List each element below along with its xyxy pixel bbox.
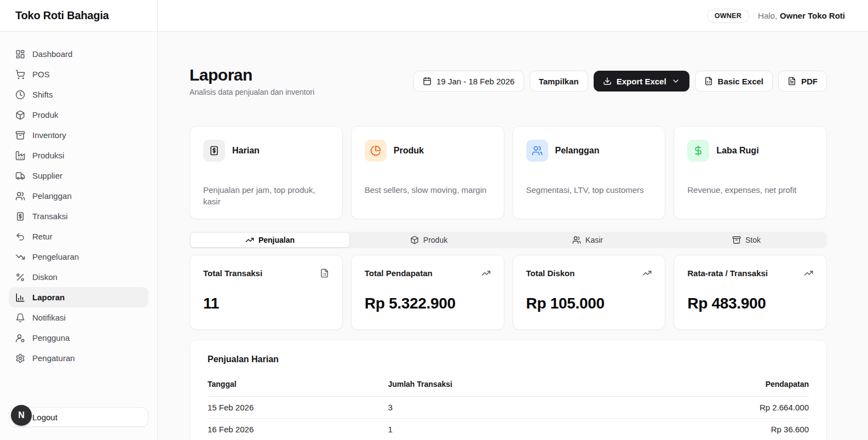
sidebar-item-inventory[interactable]: Inventory [9,125,148,145]
report-cards: Harian Penjualan per jam, top produk, ka… [189,126,827,219]
pdf-button[interactable]: PDF [778,71,827,92]
stat-label: Rata-rata / Transaksi [687,268,768,278]
tab-label: Stok [745,236,761,244]
sidebar-item-label: Dashboard [32,49,72,59]
stat-value: Rp 483.900 [687,295,813,312]
percent-icon [15,272,25,282]
stat-label: Total Pendapatan [365,268,433,278]
sidebar-item-dashboard[interactable]: Dashboard [9,44,148,64]
sidebar-item-pos[interactable]: POS [9,64,148,84]
tab-label: Kasir [585,236,603,244]
avatar[interactable]: N [11,405,32,426]
export-excel-label: Export Excel [617,77,666,86]
sidebar-item-label: Notifikasi [32,313,66,322]
report-card-title: Harian [232,146,260,156]
sidebar-item-laporan[interactable]: Laporan [9,287,148,307]
archive-icon [15,130,25,140]
shopping-cart-icon [15,70,25,79]
sidebar-item-label: POS [32,70,50,79]
report-card-laba-rugi[interactable]: Laba Rugi Revenue, expenses, net profit [674,126,827,219]
report-card-harian[interactable]: Harian Penjualan per jam, top produk, ka… [189,126,343,219]
sidebar-item-label: Laporan [32,293,65,302]
column-header-jumlah-transaksi: Jumlah Transaksi [388,380,626,397]
daily-sales-table: Tanggal Jumlah Transaksi Pendapatan 15 F… [208,380,809,440]
report-tabs: Penjualan Produk Kasir Stok [189,232,827,248]
cell-count: 3 [388,397,626,419]
date-range-label: 19 Jan - 18 Feb 2026 [436,77,515,86]
app-title: Toko Roti Bahagia [15,9,109,22]
trending-up-icon [481,268,491,278]
date-range-button[interactable]: 19 Jan - 18 Feb 2026 [413,71,524,92]
sidebar-item-pengeluaran[interactable]: Pengeluaran [9,247,148,267]
tab-penjualan[interactable]: Penjualan [191,233,349,247]
receipt-text-icon [320,268,329,278]
sidebar-item-notifikasi[interactable]: Notifikasi [9,307,148,328]
report-card-title: Produk [394,146,424,156]
stat-cards: Total Transaksi 11 Total Pendapatan Rp 5… [189,255,827,330]
user-name: Owner Toko Roti [780,11,845,20]
show-button[interactable]: Tampilkan [530,71,588,92]
pie-chart-icon [365,140,387,162]
sidebar-item-label: Diskon [32,272,58,282]
stat-rata-rata-transaksi: Rata-rata / Transaksi Rp 483.900 [674,255,827,330]
sidebar-item-pelanggan[interactable]: Pelanggan [9,186,148,206]
dollar-sign-icon [687,140,709,162]
sidebar-item-produk[interactable]: Produk [9,105,148,125]
export-excel-button[interactable]: Export Excel [594,71,689,92]
title-row: Laporan Analisis data penjualan dan inve… [189,66,827,96]
receipt-icon [15,212,25,221]
tab-label: Penjualan [258,236,295,244]
undo-icon [15,232,25,242]
report-card-title: Pelanggan [555,146,600,156]
file-spreadsheet-icon [704,77,713,85]
table-row: 15 Feb 2026 3 Rp 2.664.000 [208,397,809,419]
sidebar-item-pengguna[interactable]: Pengguna [9,328,148,348]
sidebar-item-supplier[interactable]: Supplier [9,165,148,186]
sidebar-item-retur[interactable]: Retur [9,226,148,247]
sidebar-item-label: Retur [32,232,53,241]
greeting-prefix: Halo, [758,11,777,20]
tab-kasir[interactable]: Kasir [508,233,667,247]
trending-up-icon [804,268,813,278]
sidebar-item-label: Transaksi [32,212,67,221]
daily-sales-card: Penjualan Harian Tanggal Jumlah Transaks… [189,340,827,440]
sidebar-item-diskon[interactable]: Diskon [9,267,148,287]
cell-revenue: Rp 36.600 [626,419,809,440]
sidebar-item-shifts[interactable]: Shifts [9,84,148,105]
trending-up-icon [642,268,652,278]
sidebar-item-label: Produk [32,110,59,119]
report-card-description: Revenue, expenses, net profit [687,185,813,196]
tab-stok[interactable]: Stok [667,233,826,247]
page-subtitle: Analisis data penjualan dan inventori [189,88,314,96]
tab-produk[interactable]: Produk [349,233,508,247]
file-text-icon [787,77,796,85]
bell-icon [15,313,25,323]
sidebar-item-transaksi[interactable]: Transaksi [9,206,148,226]
cell-revenue: Rp 2.664.000 [626,397,809,419]
column-header-pendapatan: Pendapatan [626,380,809,397]
basic-excel-button[interactable]: Basic Excel [695,71,773,92]
trending-up-icon [245,236,254,244]
main-area: OWNER Halo, Owner Toko Roti Laporan Anal… [158,0,868,440]
sidebar-item-pengaturan[interactable]: Pengaturan [9,348,148,368]
chevron-down-icon [671,77,680,85]
sidebar-item-produksi[interactable]: Produksi [9,145,148,165]
page-heading: Laporan Analisis data penjualan dan inve… [189,66,314,96]
calendar-icon [423,77,432,85]
sidebar-item-label: Inventory [32,130,66,140]
content: Laporan Analisis data penjualan dan inve… [158,32,827,440]
stat-label: Total Diskon [526,268,575,278]
sidebar-item-label: Shifts [32,90,53,99]
page-title: Laporan [189,66,314,84]
column-header-tanggal: Tanggal [208,380,388,397]
table-row: 16 Feb 2026 1 Rp 36.600 [208,419,809,440]
users-icon [526,140,548,162]
report-card-pelanggan[interactable]: Pelanggan Segmentasi, LTV, top customers [513,126,666,219]
stat-value: Rp 5.322.900 [365,295,491,312]
report-card-description: Penjualan per jam, top produk, kasir [203,185,329,207]
sidebar-footer: N Logout [0,399,157,440]
daily-sales-title: Penjualan Harian [208,355,809,364]
trending-down-icon [15,252,25,262]
basic-excel-label: Basic Excel [718,77,763,86]
report-card-produk[interactable]: Produk Best sellers, slow moving, margin [351,126,504,219]
